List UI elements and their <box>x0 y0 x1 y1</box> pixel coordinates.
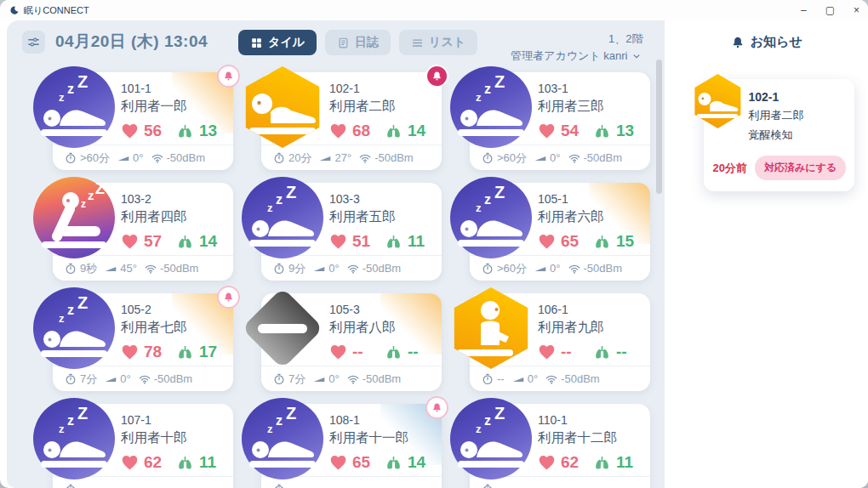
bed-angle-value: 0° <box>133 151 143 164</box>
main-scrollbar-thumb[interactable] <box>656 60 662 194</box>
resident-card-105-1[interactable]: 105-1 利用者六郎 65 15 >60分 0° <box>470 183 650 281</box>
resident-card-grid: 101-1 利用者一郎 56 13 >60分 0° <box>53 72 650 488</box>
tab-tile[interactable]: タイル <box>238 30 317 55</box>
resident-name: 利用者八郎 <box>329 319 433 337</box>
lungs-icon <box>385 343 403 361</box>
heart-rate-value: 68 <box>352 122 374 140</box>
tab-journal[interactable]: 日誌 <box>325 30 391 55</box>
bell-icon <box>223 292 234 303</box>
duration-clock-icon <box>481 151 494 165</box>
resident-card-110-1[interactable]: 110-1 利用者十二郎 62 11 <box>470 404 650 488</box>
bell-badge[interactable] <box>217 65 240 88</box>
resident-card-106-1[interactable]: 106-1 利用者九郎 -- -- -- 0° <box>470 293 650 391</box>
notification-event: 覚醒検知 <box>748 128 846 143</box>
room-number: 108-1 <box>329 413 433 427</box>
filter-button[interactable] <box>22 31 45 54</box>
account-label: 管理者アカウント kanri <box>511 48 627 65</box>
bed-angle-value: 0° <box>550 151 560 164</box>
card-footer: >60分 0° -50dBm <box>53 145 233 170</box>
tab-tile-label: タイル <box>268 35 305 50</box>
bed-angle-value: 0° <box>328 372 339 385</box>
heart-rate-value: 54 <box>561 122 583 140</box>
resident-card-103-1[interactable]: 103-1 利用者三郎 54 13 >60分 0° <box>470 72 650 170</box>
resident-name: 利用者十郎 <box>121 429 225 447</box>
resident-name: 利用者十一郎 <box>329 429 433 447</box>
lungs-icon <box>176 343 194 361</box>
duration-clock-icon <box>64 262 77 275</box>
resident-card-107-1[interactable]: 107-1 利用者十郎 62 11 <box>53 404 233 488</box>
bed-angle-value: 27° <box>334 151 351 164</box>
mark-handled-button[interactable]: 対応済みにする <box>755 156 846 180</box>
tab-list-label: リスト <box>429 35 465 50</box>
room-number: 106-1 <box>538 303 642 316</box>
resident-card-108-1[interactable]: 108-1 利用者十一郎 65 14 <box>261 404 442 488</box>
sleeping-person-icon <box>450 66 532 148</box>
duration-value: 9分 <box>288 261 306 276</box>
notification-time: 20分前 <box>712 161 746 176</box>
reclined-sleeping-person-icon <box>33 177 115 258</box>
bed-angle-value: 0° <box>550 262 560 275</box>
heart-icon <box>121 454 139 472</box>
maximize-button[interactable]: ▢ <box>825 5 835 15</box>
resident-card-105-3[interactable]: 105-3 利用者八郎 -- -- 7分 0° <box>261 293 442 391</box>
awake-person-icon <box>692 74 743 128</box>
notification-item[interactable]: 102-1 利用者二郎 覚醒検知 20分前 対応済みにする <box>704 79 854 191</box>
minimize-button[interactable]: – <box>801 5 807 15</box>
card-footer: 7分 0° -50dBm <box>53 366 233 391</box>
duration-clock-icon <box>481 483 494 488</box>
bed-angle-icon <box>312 262 326 275</box>
filter-icon <box>26 35 41 49</box>
resident-name: 利用者一郎 <box>121 98 225 116</box>
view-switcher: タイル 日誌 リスト <box>238 30 477 55</box>
bell-icon <box>731 36 745 49</box>
heart-rate-value: 65 <box>561 232 583 251</box>
respiration-value: 11 <box>616 453 633 472</box>
resident-card-105-2[interactable]: 105-2 利用者七郎 78 17 7分 0° <box>53 293 233 391</box>
duration-value: 7分 <box>80 372 97 387</box>
card-footer: >60分 0° -50dBm <box>470 145 650 170</box>
card-footer: 9秒 45° -50dBm <box>53 255 233 281</box>
card-footer: >60分 0° -50dBm <box>470 255 650 281</box>
list-icon <box>411 37 424 49</box>
duration-clock-icon <box>481 372 494 386</box>
sleeping-person-icon <box>450 177 532 258</box>
wifi-signal-icon <box>144 262 157 275</box>
moon-app-icon <box>9 5 20 16</box>
bed-angle-icon <box>534 151 547 165</box>
sleeping-person-icon <box>33 287 115 369</box>
account-dropdown[interactable]: 管理者アカウント kanri <box>511 48 642 65</box>
resident-name: 利用者六郎 <box>538 208 642 226</box>
tab-list[interactable]: リスト <box>399 30 477 55</box>
bell-badge[interactable] <box>425 396 448 419</box>
heart-icon <box>121 343 139 361</box>
date-time-label: 04月20日 (木) 13:04 <box>55 31 208 53</box>
duration-clock-icon <box>272 483 286 488</box>
bell-icon <box>431 402 443 413</box>
resident-name: 利用者二郎 <box>329 98 433 116</box>
close-button[interactable]: × <box>854 5 859 15</box>
lungs-icon <box>385 454 403 472</box>
notification-title: お知らせ <box>751 34 802 50</box>
main-header: 04月20日 (木) 13:04 タイル 日誌 リスト <box>7 20 665 65</box>
resident-card-102-1[interactable]: 102-1 利用者二郎 68 14 20分 27° <box>261 72 442 170</box>
resident-name: 利用者五郎 <box>329 208 433 226</box>
resident-card-101-1[interactable]: 101-1 利用者一郎 56 13 >60分 0° <box>53 72 233 170</box>
grid-icon <box>250 37 263 49</box>
respiration-value: 14 <box>199 232 217 251</box>
resident-card-103-2[interactable]: 103-2 利用者四郎 57 14 9秒 45° <box>53 183 233 281</box>
bed-angle-value: 0° <box>528 372 538 385</box>
bell-badge-active[interactable] <box>425 65 448 88</box>
resident-card-103-3[interactable]: 103-3 利用者五郎 51 11 9分 0° <box>261 183 442 281</box>
heart-icon <box>329 122 347 140</box>
app-window: 眠りCONNECT – ▢ × 04月20日 (木) 13:04 タイル <box>0 0 868 488</box>
bed-angle-icon <box>104 262 117 275</box>
duration-clock-icon <box>272 372 286 386</box>
bell-badge[interactable] <box>217 286 240 309</box>
heart-rate-value: 62 <box>144 453 166 472</box>
wifi-signal-icon <box>346 372 360 386</box>
respiration-value: 13 <box>199 122 217 140</box>
room-number: 105-2 <box>121 303 225 316</box>
lungs-icon <box>593 343 611 361</box>
bell-icon <box>431 71 443 82</box>
duration-value: >60分 <box>80 150 110 166</box>
